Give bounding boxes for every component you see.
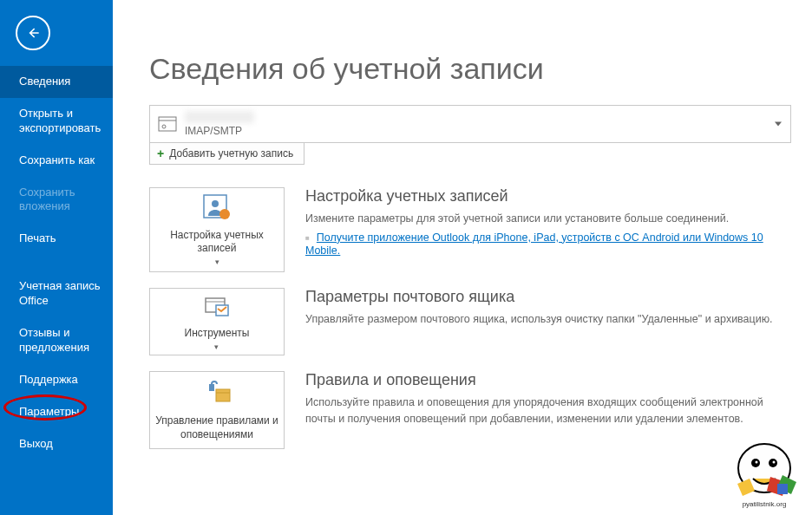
sidebar-item-print[interactable]: Печать <box>0 223 113 255</box>
tile-account-settings-label: Настройка учетных записей <box>150 229 284 268</box>
plus-icon: + <box>157 147 164 160</box>
backstage-sidebar: Сведения Открыть и экспортировать Сохран… <box>0 0 113 515</box>
account-protocol: IMAP/SMTP <box>185 125 790 137</box>
section-body-rules: Используйте правила и оповещения для упо… <box>305 394 791 427</box>
section-body-account-settings: Измените параметры для этой учетной запи… <box>305 211 791 227</box>
tools-icon <box>200 290 233 322</box>
account-name-redacted <box>185 111 254 123</box>
tile-rules-alerts-label: Управление правилами и оповещениями <box>150 414 284 441</box>
rules-alerts-icon <box>200 378 233 409</box>
sidebar-item-options[interactable]: Параметры <box>0 396 113 428</box>
watermark-logo: pyatilistnik.org <box>727 434 802 508</box>
tile-account-settings[interactable]: Настройка учетных записей <box>149 187 285 272</box>
back-button[interactable] <box>16 16 50 50</box>
svg-rect-0 <box>159 117 176 131</box>
section-heading-mailbox: Параметры почтового ящика <box>305 288 791 306</box>
tile-tools[interactable]: Инструменты <box>149 288 285 355</box>
outlook-mobile-link[interactable]: Получите приложение Outlook для iPhone, … <box>305 231 763 257</box>
page-title: Сведения об учетной записи <box>149 52 795 86</box>
section-body-mailbox: Управляйте размером почтового ящика, исп… <box>305 311 791 328</box>
account-settings-icon <box>200 192 233 224</box>
section-heading-rules: Правила и оповещения <box>305 371 791 389</box>
sidebar-item-office-account[interactable]: Учетная запись Office <box>0 271 113 317</box>
svg-point-12 <box>773 461 776 464</box>
svg-text:pyatilistnik.org: pyatilistnik.org <box>743 500 787 508</box>
tile-tools-label: Инструменты <box>180 327 255 352</box>
svg-point-11 <box>756 461 758 464</box>
add-account-label: Добавить учетную запись <box>169 147 293 160</box>
sidebar-item-exit[interactable]: Выход <box>0 428 113 460</box>
account-selector[interactable]: IMAP/SMTP <box>149 105 791 143</box>
sidebar-item-save-attachments: Сохранить вложения <box>0 177 113 224</box>
add-account-button[interactable]: + Добавить учетную запись <box>149 142 304 165</box>
section-heading-account-settings: Настройка учетных записей <box>305 187 791 205</box>
account-icon <box>150 113 185 135</box>
svg-point-3 <box>212 200 219 207</box>
arrow-left-icon <box>24 24 42 42</box>
svg-rect-7 <box>216 389 230 401</box>
sidebar-item-info[interactable]: Сведения <box>0 66 113 98</box>
sidebar-item-open-export[interactable]: Открыть и экспортировать <box>0 98 113 145</box>
svg-point-1 <box>162 125 166 128</box>
sidebar-item-save-as[interactable]: Сохранить как <box>0 145 113 177</box>
dropdown-caret-icon <box>775 122 782 127</box>
sidebar-item-feedback[interactable]: Отзывы и предложения <box>0 317 113 364</box>
tile-rules-alerts[interactable]: Управление правилами и оповещениями <box>149 371 285 449</box>
sidebar-item-support[interactable]: Поддержка <box>0 364 113 396</box>
svg-rect-13 <box>777 484 788 494</box>
main-content: Сведения об учетной записи IMAP/SMTP + Д… <box>113 0 812 515</box>
